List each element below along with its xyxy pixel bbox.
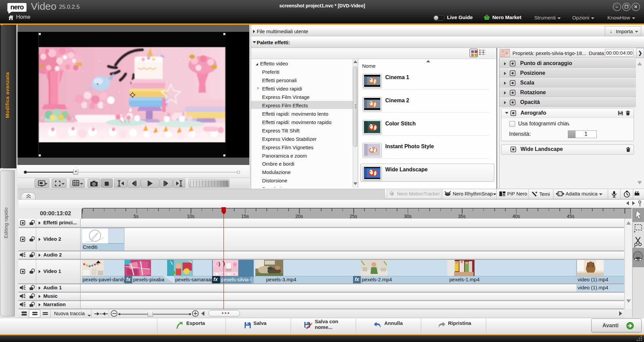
svg-text:♪: ♪ [559,192,560,196]
